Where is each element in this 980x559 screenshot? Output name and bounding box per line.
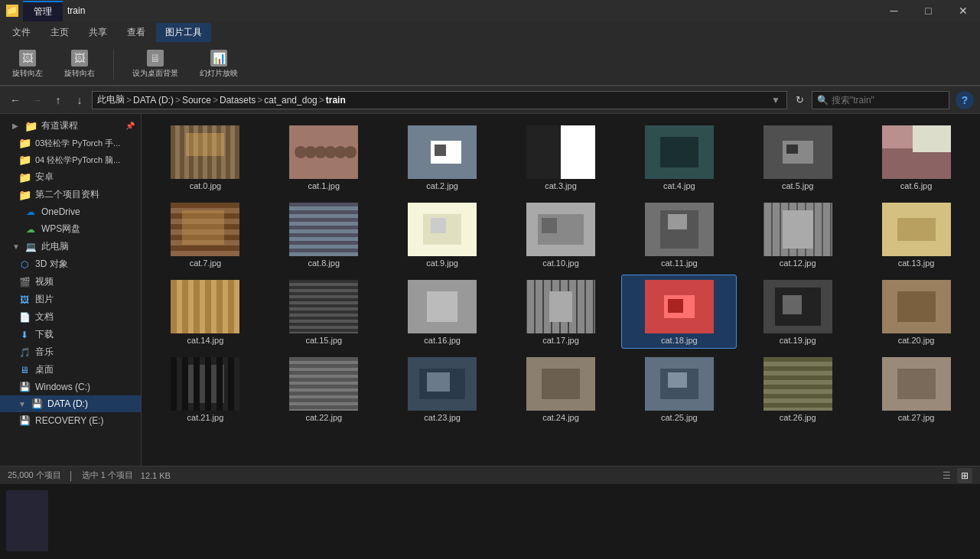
tab-picture-tools[interactable]: 图片工具 [156,23,211,42]
view-grid-button[interactable]: ⊞ [957,468,972,483]
file-name-20: cat.20.jpg [862,336,970,345]
file-item-23[interactable]: cat.23.jpg [385,352,500,426]
forward-button[interactable]: → [28,91,46,109]
file-name-11: cat.11.jpg [625,258,733,268]
sidebar-item-wps[interactable]: ☁ WPS网盘 [0,220,141,238]
sidebar-item-thispc[interactable]: ▼ 💻 此电脑 [0,238,141,255]
ribbon-content: 🖼 旋转向左 🖼 旋转向右 🖥 设为桌面背景 📊 幻灯片放映 [0,43,980,86]
file-thumb-14 [171,280,239,333]
sidebar-item-desktop[interactable]: 🖥 桌面 [0,361,141,379]
title-bar: 📁 管理 train ─ □ ✕ [0,0,980,21]
main-layout: ▶ 📁 有道课程 📌 📁 03轻松学 PyTorch 手... 📁 04 轻松学… [0,114,980,466]
search-input[interactable] [832,95,944,106]
file-item-25[interactable]: cat.25.jpg [621,352,737,426]
file-item-16[interactable]: cat.16.jpg [385,275,500,349]
sidebar-item-onedrive[interactable]: ☁ OneDrive [0,203,141,220]
file-item-7[interactable]: cat.7.jpg [148,197,263,271]
file-item-14[interactable]: cat.14.jpg [148,275,263,349]
file-item-4[interactable]: cat.4.jpg [621,120,737,194]
extra-area [0,484,980,559]
up-button[interactable]: ↑ [49,91,67,109]
file-item-10[interactable]: cat.10.jpg [503,197,619,271]
sidebar-item-youdao[interactable]: ▶ 📁 有道课程 📌 [0,117,141,135]
file-name-26: cat.26.jpg [744,413,851,422]
file-item-5[interactable]: cat.5.jpg [740,120,855,194]
sidebar-item-android[interactable]: 📁 安卓 [0,168,141,186]
docs-icon: 📄 [18,311,31,323]
view-details-button[interactable]: ☰ [939,468,954,483]
sidebar-item-3d[interactable]: ⬡ 3D 对象 [0,255,141,273]
file-item-0[interactable]: cat.0.jpg [148,120,263,194]
app-icon: 📁 [6,5,18,17]
tab-view[interactable]: 查看 [118,23,155,42]
file-item-9[interactable]: cat.9.jpg [385,197,500,271]
file-item-26[interactable]: cat.26.jpg [740,352,855,426]
sidebar-item-pytorch1[interactable]: 📁 03轻松学 PyTorch 手... [0,135,141,151]
ribbon-btn-1[interactable]: 🖼 旋转向左 [6,47,49,82]
file-name-15: cat.15.jpg [270,336,378,345]
file-item-27[interactable]: cat.27.jpg [858,352,974,426]
sidebar-item-music[interactable]: 🎵 音乐 [0,343,141,361]
ribbon-icon-2: 🖼 [71,50,88,67]
file-name-2: cat.2.jpg [389,181,497,190]
sidebar-item-pytorch2[interactable]: 📁 04 轻松学PyTorch 脑... [0,151,141,168]
file-item-24[interactable]: cat.24.jpg [503,352,619,426]
images-icon: 🖼 [18,294,31,306]
file-item-17[interactable]: cat.17.jpg [503,275,619,349]
file-thumb-17 [526,280,595,333]
refresh-button[interactable]: ↻ [790,91,809,109]
back-button[interactable]: ← [6,91,24,109]
file-item-19[interactable]: cat.19.jpg [740,275,855,349]
file-item-1[interactable]: cat.1.jpg [266,120,382,194]
desktop-icon: 🖥 [18,364,31,376]
file-item-11[interactable]: cat.11.jpg [621,197,737,271]
file-item-8[interactable]: cat.8.jpg [266,197,382,271]
maximize-button[interactable]: □ [911,0,946,21]
file-thumb-7 [171,203,239,256]
recent-button[interactable]: ↓ [70,91,89,109]
file-name-22: cat.22.jpg [270,413,378,422]
file-item-22[interactable]: cat.22.jpg [266,352,382,426]
help-button[interactable]: ? [956,91,974,109]
nav-bar: ← → ↑ ↓ 此电脑 > DATA (D:) > Source > Datas… [0,86,980,114]
file-item-20[interactable]: cat.20.jpg [858,275,974,349]
file-name-13: cat.13.jpg [862,258,970,268]
downloads-icon: ⬇ [18,329,31,341]
sidebar-item-video[interactable]: 🎬 视频 [0,273,141,291]
address-bar[interactable]: 此电脑 > DATA (D:) > Source > Datasets > ca… [92,91,787,109]
file-item-6[interactable]: cat.6.jpg [858,120,974,194]
ribbon-btn-3[interactable]: 🖥 设为桌面背景 [126,47,184,82]
file-thumb-19 [763,280,832,333]
sidebar-item-downloads[interactable]: ⬇ 下载 [0,326,141,343]
sidebar-item-drive-c[interactable]: 💾 Windows (C:) [0,379,141,395]
ribbon-icon-3: 🖥 [147,50,164,67]
sidebar-item-images[interactable]: 🖼 图片 [0,291,141,308]
file-item-21[interactable]: cat.21.jpg [148,352,263,426]
minimize-button[interactable]: ─ [877,0,911,21]
file-item-13[interactable]: cat.13.jpg [858,197,974,271]
file-item-18[interactable]: cat.18.jpg [621,275,737,349]
ribbon-btn-2[interactable]: 🖼 旋转向右 [58,47,101,82]
close-button[interactable]: ✕ [946,0,980,21]
address-dropdown[interactable]: ▼ [770,94,782,106]
ribbon-tabs: 文件 主页 共享 查看 图片工具 [0,21,980,43]
file-thumb-8 [289,203,358,256]
sidebar-item-project[interactable]: 📁 第二个项目资料 [0,186,141,203]
ribbon-btn-4[interactable]: 📊 幻灯片放映 [194,47,244,82]
file-name-17: cat.17.jpg [507,336,615,345]
ribbon-sep-1 [113,49,114,80]
window-controls: ─ □ ✕ [877,0,980,21]
file-item-15[interactable]: cat.15.jpg [266,275,382,349]
file-item-3[interactable]: cat.3.jpg [503,120,619,194]
tab-share[interactable]: 共享 [80,23,116,42]
tab-file[interactable]: 文件 [3,23,40,42]
file-name-0: cat.0.jpg [151,181,259,190]
tab-home[interactable]: 主页 [41,23,78,42]
file-item-2[interactable]: cat.2.jpg [385,120,500,194]
file-item-12[interactable]: cat.12.jpg [740,197,855,271]
sidebar-item-docs[interactable]: 📄 文档 [0,308,141,326]
search-bar[interactable]: 🔍 [812,91,949,109]
sidebar-item-drive-d[interactable]: ▼ 💾 DATA (D:) [0,395,141,412]
sidebar-item-drive-e[interactable]: 💾 RECOVERY (E:) [0,412,141,429]
file-name-23: cat.23.jpg [389,413,497,422]
